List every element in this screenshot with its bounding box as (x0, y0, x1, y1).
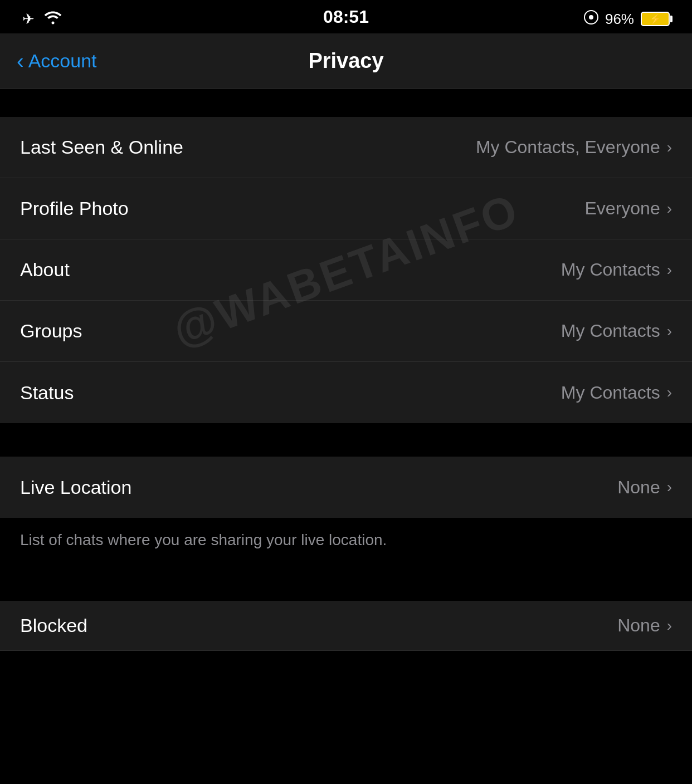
last-seen-value: My Contacts, Everyone (476, 137, 660, 158)
profile-photo-label: Profile Photo (20, 198, 129, 219)
status-right: My Contacts › (561, 383, 672, 403)
navigation-bar: ‹ Account Privacy (0, 33, 692, 89)
battery-percent: 96% (605, 11, 634, 28)
about-label: About (20, 259, 70, 281)
battery-bolt-icon: ⚡ (649, 13, 661, 25)
live-location-label: Live Location (20, 477, 131, 498)
status-left-icons: ✈ (22, 10, 62, 28)
groups-right: My Contacts › (561, 321, 672, 341)
live-location-row[interactable]: Live Location None › (0, 457, 692, 518)
profile-photo-right: Everyone › (584, 198, 672, 219)
live-location-chevron-icon: › (667, 479, 672, 495)
blocked-value: None (617, 615, 660, 636)
live-location-right: None › (617, 477, 672, 498)
about-chevron-icon: › (667, 262, 672, 278)
top-spacer (0, 89, 692, 117)
status-row[interactable]: Status My Contacts › (0, 362, 692, 423)
blocked-chevron-icon: › (667, 618, 672, 634)
profile-photo-row[interactable]: Profile Photo Everyone › (0, 178, 692, 239)
status-time: 08:51 (323, 7, 369, 27)
live-location-value: None (617, 477, 660, 498)
about-right: My Contacts › (561, 259, 672, 280)
blocked-row[interactable]: Blocked None › (0, 601, 692, 651)
about-value: My Contacts (561, 259, 660, 280)
back-chevron-icon: ‹ (17, 51, 24, 72)
last-seen-right: My Contacts, Everyone › (476, 137, 672, 158)
status-right-icons: 96% ⚡ (584, 10, 670, 28)
privacy-settings-group: Last Seen & Online My Contacts, Everyone… (0, 117, 692, 423)
blocked-label: Blocked (20, 615, 87, 636)
status-bar: ✈ 08:51 96% ⚡ (0, 0, 692, 33)
back-label: Account (28, 50, 97, 72)
page-title: Privacy (308, 49, 383, 73)
profile-photo-chevron-icon: › (667, 201, 672, 217)
about-row[interactable]: About My Contacts › (0, 239, 692, 301)
airplane-icon: ✈ (22, 11, 35, 28)
bottom-spacer (0, 567, 692, 601)
middle-spacer (0, 423, 692, 457)
svg-point-1 (589, 15, 593, 19)
groups-label: Groups (20, 320, 82, 342)
live-location-footer: List of chats where you are sharing your… (0, 518, 692, 567)
last-seen-row[interactable]: Last Seen & Online My Contacts, Everyone… (0, 117, 692, 178)
live-location-footer-text: List of chats where you are sharing your… (20, 531, 387, 548)
battery-icon: ⚡ (641, 12, 670, 26)
groups-row[interactable]: Groups My Contacts › (0, 301, 692, 362)
live-location-section: Live Location None › (0, 457, 692, 518)
status-chevron-icon: › (667, 385, 672, 400)
status-value: My Contacts (561, 383, 660, 403)
blocked-right: None › (617, 615, 672, 636)
last-seen-label: Last Seen & Online (20, 136, 183, 158)
status-label: Status (20, 382, 74, 404)
last-seen-chevron-icon: › (667, 140, 672, 155)
privacy-settings-section: @WABETAINFO Last Seen & Online My Contac… (0, 117, 692, 423)
wifi-icon (43, 10, 62, 28)
groups-chevron-icon: › (667, 324, 672, 339)
back-button[interactable]: ‹ Account (17, 50, 97, 72)
blocked-section: Blocked None › (0, 601, 692, 651)
profile-photo-value: Everyone (584, 198, 660, 219)
groups-value: My Contacts (561, 321, 660, 341)
location-lock-icon (584, 10, 598, 28)
